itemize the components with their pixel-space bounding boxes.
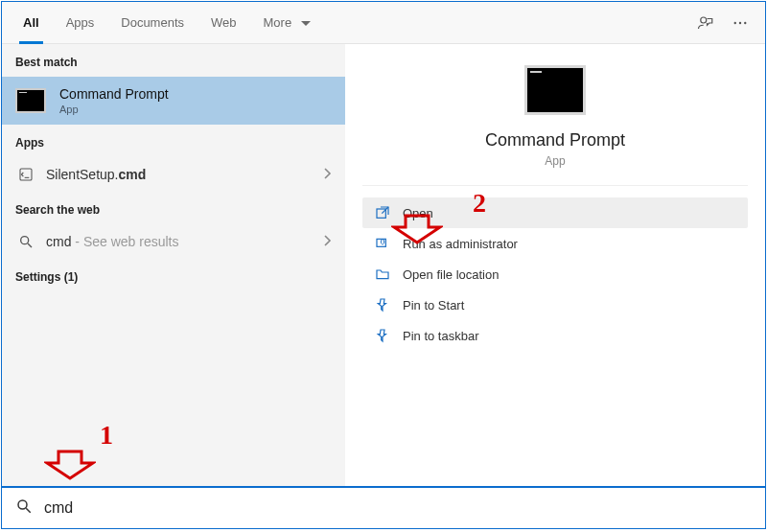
- svg-line-10: [26, 508, 31, 513]
- cmd-thumbnail-icon: [15, 88, 46, 113]
- feedback-icon[interactable]: [688, 6, 723, 40]
- best-match-title: Command Prompt: [59, 86, 169, 102]
- svg-point-0: [701, 17, 707, 23]
- best-match-item[interactable]: Command Prompt App: [2, 77, 345, 125]
- search-icon: [15, 234, 36, 249]
- action-file-loc-label: Open file location: [403, 267, 499, 282]
- admin-shield-icon: [372, 236, 393, 251]
- tab-more[interactable]: More: [250, 2, 324, 44]
- apps-result-bold: cmd: [119, 167, 147, 182]
- tab-web[interactable]: Web: [198, 2, 250, 44]
- action-pin-start-label: Pin to Start: [403, 298, 464, 312]
- action-open-file-location[interactable]: Open file location: [362, 259, 748, 289]
- more-options-icon[interactable]: [723, 6, 757, 40]
- svg-point-3: [744, 21, 746, 23]
- apps-result-item[interactable]: SilentSetup.cmd: [2, 157, 345, 192]
- preview-title: Command Prompt: [485, 130, 625, 150]
- svg-point-9: [18, 500, 27, 509]
- folder-icon: [372, 266, 393, 282]
- pin-icon: [372, 328, 393, 343]
- web-result-query: cmd: [46, 234, 71, 249]
- svg-point-1: [734, 21, 736, 23]
- open-icon: [372, 205, 393, 220]
- annotation-arrow-2: [391, 213, 443, 245]
- chevron-right-icon: [324, 167, 332, 182]
- action-pin-taskbar-label: Pin to taskbar: [403, 329, 479, 343]
- apps-result-prefix: SilentSetup.: [46, 167, 119, 182]
- tab-apps[interactable]: Apps: [53, 2, 108, 44]
- best-match-header: Best match: [2, 44, 345, 77]
- tab-documents[interactable]: Documents: [107, 2, 198, 44]
- web-result-item[interactable]: cmd - See web results: [2, 224, 345, 259]
- results-pane: Best match Command Prompt App Apps Silen…: [2, 44, 345, 486]
- action-pin-start[interactable]: Pin to Start: [362, 289, 748, 320]
- chevron-right-icon: [324, 234, 332, 249]
- web-header: Search the web: [2, 192, 345, 224]
- script-file-icon: [15, 167, 36, 182]
- search-icon: [15, 497, 33, 519]
- tab-all[interactable]: All: [10, 2, 53, 44]
- content-area: Best match Command Prompt App Apps Silen…: [2, 44, 765, 486]
- search-bar[interactable]: [2, 486, 765, 528]
- apps-header: Apps: [2, 125, 345, 157]
- svg-line-6: [28, 243, 32, 247]
- annotation-number-2: 2: [473, 188, 486, 219]
- apps-result-label: SilentSetup.cmd: [46, 167, 324, 182]
- tabs-bar: All Apps Documents Web More: [2, 2, 765, 44]
- svg-point-2: [739, 21, 741, 23]
- annotation-arrow-1: [44, 449, 96, 481]
- search-input[interactable]: [44, 499, 752, 517]
- web-result-suffix: - See web results: [71, 234, 178, 249]
- chevron-down-icon: [301, 2, 311, 44]
- preview-pane: Command Prompt App Open Run as administr…: [345, 44, 765, 486]
- annotation-number-1: 1: [100, 420, 113, 451]
- svg-point-5: [21, 237, 29, 244]
- settings-header: Settings (1): [2, 259, 345, 291]
- pin-icon: [372, 297, 393, 312]
- tab-more-label: More: [264, 15, 292, 30]
- preview-header: Command Prompt App: [362, 44, 748, 186]
- cmd-large-thumbnail-icon: [524, 65, 586, 115]
- action-pin-taskbar[interactable]: Pin to taskbar: [362, 320, 748, 351]
- search-window: All Apps Documents Web More Best match C…: [1, 1, 766, 529]
- preview-subtitle: App: [545, 154, 565, 168]
- web-result-label: cmd - See web results: [46, 234, 324, 249]
- best-match-subtitle: App: [59, 104, 169, 115]
